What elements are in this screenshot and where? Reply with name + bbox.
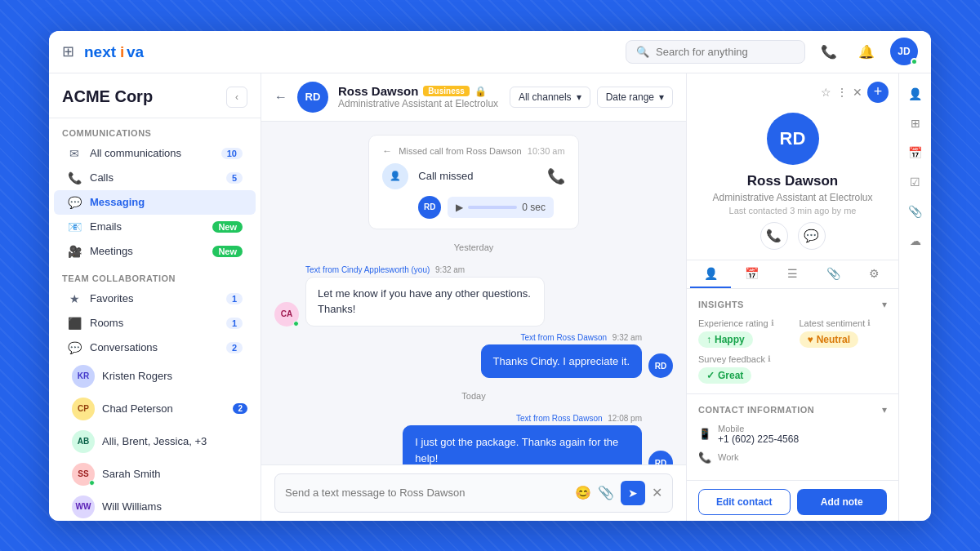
emoji-icon[interactable]: 😊: [575, 485, 591, 500]
email-icon: 📧: [67, 220, 82, 233]
tab-person[interactable]: 👤: [690, 260, 731, 288]
close-panel-icon[interactable]: ✕: [853, 86, 862, 99]
rail-cloud-icon[interactable]: ☁: [903, 229, 928, 253]
team-label: Team collaboration: [49, 264, 261, 287]
great-chip: ✓ Great: [698, 367, 751, 384]
collapse-btn[interactable]: ‹: [226, 87, 247, 108]
sidebar-item-rooms[interactable]: ⬛ Rooms 1: [54, 311, 256, 335]
contact-card: RD Ross Dawson Administrative Assistant …: [687, 103, 898, 260]
send-button[interactable]: ➤: [621, 481, 645, 505]
neutral-heart-icon: ♥: [808, 334, 813, 345]
badge-all-communications: 10: [221, 148, 243, 159]
attachment-icon[interactable]: 📎: [598, 485, 614, 500]
back-button[interactable]: ←: [274, 90, 287, 104]
cindy-online: [293, 321, 299, 327]
conv-alli-brent[interactable]: AB Alli, Brent, Jessica, +3: [49, 425, 261, 458]
tab-calendar[interactable]: 📅: [731, 260, 772, 288]
conv-avatar-sarah: SS: [72, 463, 95, 486]
svg-text:i: i: [120, 43, 124, 60]
calls-icon: 📞: [67, 171, 82, 184]
neutral-chip: ♥ Neutral: [800, 331, 858, 348]
add-contact-icon[interactable]: +: [867, 82, 889, 103]
tab-attach[interactable]: 📎: [813, 260, 854, 288]
bell-icon[interactable]: 🔔: [853, 38, 880, 65]
search-bar[interactable]: 🔍: [626, 40, 805, 64]
insights-section: INSIGHTS ▾ Experience rating ℹ ↑ Happy: [687, 289, 898, 394]
conv-kristen-rogers[interactable]: KR Kristen Rogers: [49, 360, 261, 393]
online-indicator: [911, 58, 918, 65]
chat-header-actions: All channels ▾ Date range ▾: [510, 87, 673, 108]
right-panel-actions: Edit contact Add note: [687, 480, 898, 521]
more-options-icon[interactable]: ⋮: [836, 86, 848, 99]
yesterday-label: Yesterday: [274, 242, 673, 252]
chat-messages: ← Missed call from Ross Dawson 10:30 am …: [261, 122, 686, 464]
quick-actions: 📞 💬: [760, 222, 826, 250]
missed-call-avatar: 👤: [382, 163, 408, 189]
rail-clip-icon[interactable]: 📎: [903, 199, 928, 224]
badge-calls: 5: [226, 172, 243, 184]
rail-table-icon[interactable]: ⊞: [903, 111, 928, 136]
voicemail-avatar: RD: [418, 196, 441, 219]
work-label: Work: [718, 452, 738, 462]
tab-list[interactable]: ☰: [772, 260, 813, 288]
badge-rooms: 1: [226, 318, 243, 329]
star-contact-icon[interactable]: ☆: [821, 86, 831, 99]
main-body: ACME Corp ‹ Communications ✉ All communi…: [49, 73, 931, 521]
user-avatar[interactable]: JD: [890, 38, 918, 65]
sidebar-item-messaging[interactable]: 💬 Messaging: [54, 190, 256, 215]
message-quick-btn[interactable]: 💬: [798, 222, 826, 250]
conv-avatar-alli: AB: [72, 430, 95, 453]
insights-collapse-icon[interactable]: ▾: [882, 299, 887, 310]
app-container: ⊞ next i va 🔍 📞 🔔 JD ACME Corp ‹ C: [49, 31, 931, 521]
chat-contact-name: Ross Dawson Business 🔒: [338, 84, 500, 98]
rail-checklist-icon[interactable]: ☑: [903, 170, 928, 194]
sidebar-item-calls[interactable]: 📞 Calls 5: [54, 166, 256, 190]
missed-call-label: Missed call from Ross Dawson 10:30 am: [399, 146, 564, 156]
sidebar-item-meetings[interactable]: 🎥 Meetings New: [54, 239, 256, 264]
conv-chad-peterson[interactable]: CP Chad Peterson 2: [49, 393, 261, 425]
msg-meta-ross2: Text from Ross Dawson 12:08 pm: [403, 414, 642, 423]
chat-contact-info: Ross Dawson Business 🔒 Administrative As…: [338, 84, 500, 109]
conv-sarah-smith[interactable]: SS Sarah Smith: [49, 458, 261, 491]
right-panel-header: ☆ ⋮ ✕ +: [687, 73, 898, 103]
badge-conversations: 2: [226, 342, 243, 353]
date-filter[interactable]: Date range ▾: [597, 87, 673, 108]
conv-will-williams[interactable]: WW Will Williams: [49, 491, 261, 521]
search-input[interactable]: [656, 46, 795, 58]
right-rail: 👤 ⊞ 📅 ☑ 📎 ☁: [898, 73, 931, 521]
communications-label: Communications: [49, 118, 261, 141]
last-contacted: Last contacted 3 min ago by me: [729, 206, 857, 216]
message-input[interactable]: [285, 487, 568, 499]
add-note-button[interactable]: Add note: [797, 489, 888, 515]
missed-call-text: Call missed: [418, 170, 537, 182]
channel-filter[interactable]: All channels ▾: [510, 87, 590, 108]
left-sidebar: ACME Corp ‹ Communications ✉ All communi…: [49, 73, 261, 521]
sarah-online-dot: [89, 480, 95, 486]
survey-info-icon: ℹ: [768, 354, 771, 363]
call-quick-btn[interactable]: 📞: [760, 222, 788, 250]
clear-input-icon[interactable]: ✕: [652, 485, 662, 500]
sidebar-item-favorites[interactable]: ★ Favorites 1: [54, 287, 256, 311]
rail-calendar2-icon[interactable]: 📅: [903, 140, 928, 165]
biz-badge: Business: [423, 86, 469, 96]
chat-area: ← RD Ross Dawson Business 🔒 Administrati…: [261, 73, 686, 521]
badge-chad: 2: [233, 403, 247, 414]
missed-call-card: ← Missed call from Ross Dawson 10:30 am …: [368, 135, 578, 229]
phone-icon[interactable]: 📞: [815, 38, 843, 65]
sidebar-item-emails[interactable]: 📧 Emails New: [54, 215, 256, 239]
mobile-label: Mobile: [718, 424, 799, 433]
grid-icon[interactable]: ⊞: [62, 42, 74, 60]
rail-person-icon[interactable]: 👤: [903, 82, 928, 106]
contact-info-collapse-icon[interactable]: ▾: [882, 404, 887, 415]
conversations-icon: 💬: [67, 341, 82, 354]
sidebar-item-conversations[interactable]: 💬 Conversations 2: [54, 335, 256, 360]
call-back-button[interactable]: 📞: [547, 167, 565, 185]
edit-contact-button[interactable]: Edit contact: [698, 489, 791, 515]
tab-settings[interactable]: ⚙: [854, 260, 895, 288]
insights-title: INSIGHTS: [698, 300, 744, 309]
mobile-icon: 📱: [698, 428, 711, 440]
experience-label: Experience rating ℹ: [698, 318, 786, 328]
cindy-avatar: CA: [274, 302, 299, 327]
sidebar-item-all-communications[interactable]: ✉ All communications 10: [54, 141, 256, 166]
voicemail-player[interactable]: ▶ 0 sec: [448, 197, 554, 218]
